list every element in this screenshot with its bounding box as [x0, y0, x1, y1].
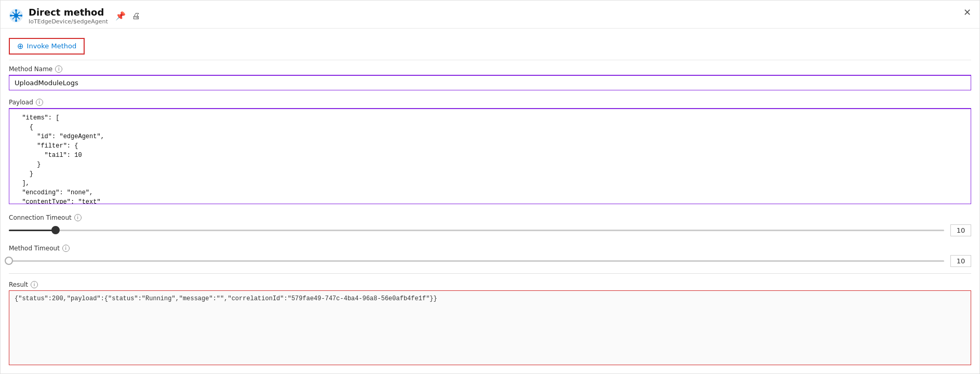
svg-point-7 — [15, 20, 17, 22]
method-timeout-info-icon: i — [62, 245, 70, 252]
result-info-icon: i — [31, 281, 38, 288]
header-icons: 📌 🖨 — [115, 11, 140, 21]
method-name-label: Method Name i — [9, 65, 971, 73]
method-timeout-slider-row: 10 — [9, 255, 971, 267]
method-timeout-thumb[interactable] — [5, 257, 13, 265]
method-timeout-label: Method Timeout i — [9, 245, 971, 252]
connection-timeout-thumb[interactable] — [51, 226, 60, 234]
result-box: {"status":200,"payload":{"status":"Runni… — [9, 290, 971, 365]
panel-body: ⊕ Invoke Method Method Name i Payload i … — [1, 29, 979, 373]
payload-section: Payload i "items": [ { "id": "edgeAgent"… — [9, 94, 971, 209]
svg-point-8 — [10, 15, 12, 17]
connection-timeout-slider-container — [9, 225, 944, 235]
invoke-circle-icon: ⊕ — [17, 42, 24, 51]
payload-textarea[interactable]: "items": [ { "id": "edgeAgent", "filter"… — [9, 108, 971, 204]
method-name-info-icon: i — [55, 65, 62, 73]
connection-timeout-track — [9, 230, 944, 231]
result-section: Result i {"status":200,"payload":{"statu… — [9, 277, 971, 368]
connection-timeout-section: Connection Timeout i 10 — [9, 209, 971, 239]
svg-point-5 — [14, 14, 18, 18]
svg-point-6 — [15, 9, 17, 11]
method-timeout-section: Method Timeout i 10 — [9, 239, 971, 270]
connection-timeout-fill — [9, 230, 56, 231]
svg-point-9 — [20, 15, 22, 17]
payload-label: Payload i — [9, 99, 971, 106]
connection-timeout-value: 10 — [950, 224, 971, 236]
title-group: Direct method IoTEdgeDevice/$edgeAgent — [29, 7, 108, 25]
panel-header: Direct method IoTEdgeDevice/$edgeAgent 📌… — [1, 1, 979, 29]
direct-method-panel: Direct method IoTEdgeDevice/$edgeAgent 📌… — [0, 0, 980, 374]
result-label: Result i — [9, 281, 971, 288]
close-button[interactable]: ✕ — [963, 8, 971, 17]
payload-info-icon: i — [36, 99, 43, 106]
panel-title: Direct method — [29, 7, 108, 18]
connection-timeout-slider-row: 10 — [9, 224, 971, 236]
method-timeout-slider-container — [9, 256, 944, 266]
invoke-method-button[interactable]: ⊕ Invoke Method — [9, 38, 85, 55]
azure-iot-logo — [9, 8, 23, 23]
print-icon[interactable]: 🖨 — [132, 11, 140, 21]
method-timeout-value: 10 — [950, 255, 971, 267]
pin-icon[interactable]: 📌 — [115, 11, 126, 21]
method-timeout-track — [9, 260, 944, 262]
connection-timeout-info-icon: i — [74, 214, 82, 221]
invoke-section: ⊕ Invoke Method — [9, 34, 971, 60]
invoke-button-label: Invoke Method — [27, 42, 77, 50]
connection-timeout-label: Connection Timeout i — [9, 214, 971, 221]
method-name-section: Method Name i — [9, 60, 971, 94]
panel-subtitle: IoTEdgeDevice/$edgeAgent — [29, 18, 108, 25]
divider — [9, 273, 971, 274]
method-name-input[interactable] — [9, 75, 971, 90]
